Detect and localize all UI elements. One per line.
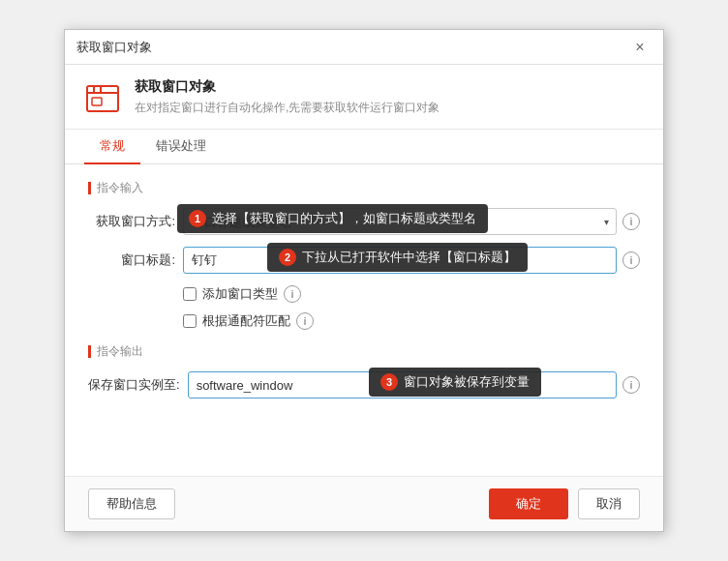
tooltip-1-text: 选择【获取窗口的方式】，如窗口标题或类型名 — [212, 210, 476, 227]
dialog-footer: 帮助信息 确定 取消 — [65, 476, 663, 531]
title-row-container: 窗口标题: i 2 下拉从已打开软件中选择【窗口标题】 — [88, 247, 640, 274]
save-row-container: 保存窗口实例至: i 3 窗口对象被保存到变量 — [88, 371, 640, 399]
svg-rect-4 — [92, 98, 102, 105]
title-bar: 获取窗口对象 × — [65, 30, 663, 65]
tooltip-1: 1 选择【获取窗口的方式】，如窗口标题或类型名 — [177, 204, 488, 233]
wildcard-match-checkbox[interactable] — [183, 314, 197, 328]
tooltip-3-text: 窗口对象被保存到变量 — [404, 373, 530, 391]
checkbox2-label[interactable]: 根据通配符匹配 — [202, 312, 290, 330]
confirm-button[interactable]: 确定 — [489, 488, 568, 519]
dialog-title: 获取窗口对象 — [76, 39, 152, 56]
badge-3: 3 — [380, 373, 398, 391]
checkbox2-row: 根据通配符匹配 i — [183, 312, 640, 330]
tab-bar: 常规 错误处理 — [65, 130, 663, 164]
save-form-row: 保存窗口实例至: i — [88, 371, 640, 399]
input-section-label: 指令输入 — [88, 180, 640, 196]
header-description: 在对指定窗口进行自动化操作,先需要获取软件运行窗口对象 — [135, 100, 440, 116]
output-section-label: 指令输出 — [88, 343, 640, 360]
tooltip-2-content: 2 下拉从已打开软件中选择【窗口标题】 — [267, 243, 528, 272]
tooltip-3-content: 3 窗口对象被保存到变量 — [369, 368, 541, 397]
checkbox1-label[interactable]: 添加窗口类型 — [202, 285, 278, 303]
save-info-icon[interactable]: i — [622, 376, 640, 394]
main-dialog: 获取窗口对象 × 获取窗口对象 在对指定窗口进行自动化操作,先需要获取软件运行窗… — [64, 29, 664, 532]
tooltip-3: 3 窗口对象被保存到变量 — [369, 368, 541, 397]
tab-error-handling[interactable]: 错误处理 — [140, 130, 222, 164]
tab-general[interactable]: 常规 — [84, 130, 140, 164]
save-label: 保存窗口实例至: — [88, 376, 180, 394]
header-text-block: 获取窗口对象 在对指定窗口进行自动化操作,先需要获取软件运行窗口对象 — [135, 78, 440, 116]
dialog-body: 指令输入 获取窗口方式: 窗口标题或类型名 ▾ i 1 — [65, 164, 663, 476]
method-row-container: 获取窗口方式: 窗口标题或类型名 ▾ i 1 选择【获取窗口的方式】，如窗口标题… — [88, 208, 640, 235]
help-button[interactable]: 帮助信息 — [88, 488, 175, 519]
tooltip-2: 2 下拉从已打开软件中选择【窗口标题】 — [267, 243, 528, 272]
header-title: 获取窗口对象 — [135, 78, 440, 96]
checkbox2-info-icon[interactable]: i — [296, 312, 314, 330]
title-label: 窗口标题: — [88, 251, 175, 269]
badge-2: 2 — [279, 249, 296, 266]
action-buttons: 确定 取消 — [489, 488, 640, 519]
title-info-icon[interactable]: i — [622, 251, 640, 269]
method-label: 获取窗口方式: — [88, 213, 175, 230]
checkbox1-row: 添加窗口类型 i — [183, 285, 640, 303]
dialog-header: 获取窗口对象 在对指定窗口进行自动化操作,先需要获取软件运行窗口对象 — [65, 65, 663, 130]
tooltip-2-text: 下拉从已打开软件中选择【窗口标题】 — [302, 249, 516, 266]
badge-1: 1 — [189, 210, 206, 227]
window-icon — [84, 80, 121, 117]
tooltip-1-content: 1 选择【获取窗口的方式】，如窗口标题或类型名 — [177, 204, 488, 233]
checkbox1-info-icon[interactable]: i — [284, 285, 301, 303]
close-button[interactable]: × — [628, 36, 652, 59]
cancel-button[interactable]: 取消 — [578, 488, 640, 519]
method-info-icon[interactable]: i — [622, 213, 640, 230]
add-window-type-checkbox[interactable] — [183, 287, 197, 301]
